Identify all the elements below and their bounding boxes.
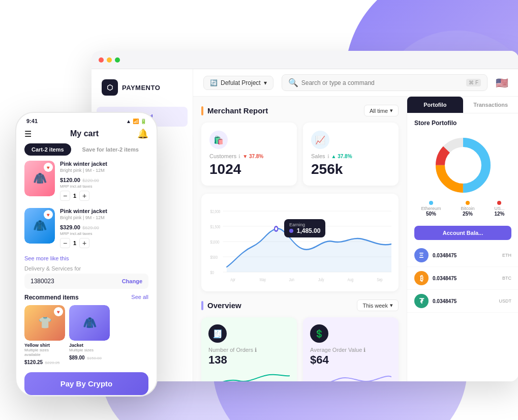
svg-text:Apr: Apr (230, 277, 235, 282)
bell-icon[interactable]: 🔔 (137, 128, 148, 139)
heart-badge-1[interactable]: ♥ (44, 163, 53, 172)
tab-portofilo[interactable]: Portofilo (407, 97, 463, 113)
title-bar-accent (201, 106, 203, 115)
delivery-label: Delivery & Services for (24, 265, 148, 272)
battery-icon: 🔋 (140, 118, 146, 124)
btc-dot (466, 201, 470, 205)
search-bar[interactable]: 🔍 ⌘ F (282, 74, 487, 91)
svg-text:$500: $500 (210, 255, 218, 260)
recommend-item-1: 👕 ♥ Yellow shirt Multiple sizes availabl… (24, 305, 65, 366)
tab-transactions[interactable]: Transactions (463, 97, 519, 113)
avg-order-card: 💲 Average Order Value ℹ $64 (303, 317, 399, 381)
project-label: Defulat Project (221, 79, 261, 86)
cart-item-1-info: Pink winter jacket Bright pink | 9M - 12… (60, 161, 148, 201)
right-panel-tabs: Portofilo Transactions (407, 97, 518, 113)
window-maximize-dot[interactable] (115, 57, 120, 63)
tooltip-value: 1,485.00 (297, 227, 321, 234)
svg-text:July: July (318, 277, 324, 282)
section-title: Merchant Report (201, 106, 268, 115)
delivery-change-button[interactable]: Change (122, 278, 142, 284)
tooltip-dot (289, 229, 293, 233)
sales-value: 256k (311, 161, 390, 177)
orders-mini-chart (208, 371, 290, 381)
orders-value: 138 (208, 353, 290, 367)
item-1-original: $220.00 (82, 178, 99, 183)
qty-increase-1[interactable]: + (79, 191, 89, 201)
hamburger-icon[interactable]: ☰ (24, 129, 32, 139)
signal-icon: 📶 (133, 118, 139, 124)
btc-icon: ₿ (414, 271, 429, 285)
time-filter-label: All time (370, 108, 388, 114)
cart-tab-save-later[interactable]: Save for later-2 items (75, 143, 146, 156)
search-input[interactable] (301, 79, 463, 86)
legend-bitcoin: Bitcoin 25% (461, 201, 474, 217)
window-minimize-dot[interactable] (107, 57, 112, 63)
sales-change: ▲ 37.8% (331, 154, 352, 159)
heart-badge-rec1[interactable]: ♥ (54, 307, 63, 316)
recommend-section: Recommend items See all 👕 ♥ Yellow shirt… (16, 294, 157, 366)
topbar: 🔄 Defulat Project ▾ 🔍 ⌘ F 🇺🇸 (193, 69, 518, 97)
qty-decrease-2[interactable]: − (60, 238, 70, 248)
wifi-icon: ▲ (126, 118, 131, 124)
cart-title: My cart (70, 129, 99, 138)
avg-mini-chart (310, 371, 391, 381)
phone-status-icons: ▲ 📶 🔋 (126, 118, 146, 124)
sales-icon: 📈 (311, 131, 329, 149)
legend-usdt: US... 12% (494, 201, 504, 217)
item-1-name: Pink winter jacket (60, 161, 148, 167)
sidebar-logo: ⬡ PAYMENTO (92, 79, 193, 106)
cart-tab-items[interactable]: Cart-2 items (24, 143, 71, 156)
window-titlebar (92, 51, 518, 69)
svg-text:May: May (260, 277, 266, 282)
rec-2-price: $89.00 (69, 355, 85, 361)
time-filter[interactable]: All time ▾ (364, 105, 399, 116)
store-portfolio-title: Store Portofilo (407, 113, 518, 130)
donut-container (407, 130, 518, 201)
item-2-mrp: MRP incl.all taxes (60, 231, 148, 236)
crypto-row-eth: Ξ 0.0348475 ETH (407, 244, 518, 267)
customers-value: 1024 (209, 161, 289, 177)
eth-symbol: ETH (502, 253, 511, 258)
project-selector[interactable]: 🔄 Defulat Project ▾ (203, 76, 273, 90)
phone-header: ☰ My cart 🔔 (16, 126, 157, 143)
qty-value-1: 1 (73, 193, 76, 199)
chart-container: $2,000 $1,500 $1000 $500 $0 Apr May Jun … (201, 194, 399, 291)
delivery-section: Delivery & Services for 1380023 Change (16, 265, 157, 289)
usdt-icon: ₮ (414, 294, 429, 308)
logo-icon: ⬡ (102, 79, 118, 96)
rec2-img: 🧥 (69, 305, 110, 341)
delivery-input: 1380023 Change (24, 274, 148, 289)
recommend-header: Recommend items See all (24, 294, 148, 301)
heart-badge-2[interactable]: ♥ (44, 210, 53, 219)
overview-time-filter[interactable]: This week ▾ (357, 299, 399, 311)
crypto-row-usdt: ₮ 0.0348475 USDT (407, 290, 518, 313)
svg-text:Sep: Sep (377, 277, 383, 282)
sales-stat-card: 📈 Sales ℹ ▲ 37.8% 256k (303, 123, 399, 186)
see-more-link[interactable]: See more like this (16, 255, 157, 261)
cart-item-2-info: Pink winter jacket Bright pink | 9M - 12… (60, 208, 148, 248)
account-balance-button[interactable]: Account Bala... (414, 226, 511, 240)
qty-decrease-1[interactable]: − (60, 191, 70, 201)
pay-by-crypto-button[interactable]: Pay By Crypto (24, 372, 148, 395)
rec-1-price: $120.25 (24, 359, 43, 365)
overview-row: 🧾 Number of Orders ℹ 138 💲 (201, 317, 399, 381)
delivery-value: 1380023 (31, 278, 54, 285)
qty-control-2: − 1 + (60, 238, 148, 248)
donut-chart (433, 135, 494, 196)
see-all-link[interactable]: See all (131, 294, 148, 301)
item-2-original: $629.00 (82, 225, 99, 230)
qty-increase-2[interactable]: + (79, 238, 89, 248)
recommend-img-1: 👕 ♥ (24, 305, 65, 341)
project-icon: 🔄 (210, 79, 218, 86)
window-close-dot[interactable] (99, 57, 104, 63)
recommend-items: 👕 ♥ Yellow shirt Multiple sizes availabl… (24, 305, 148, 366)
customers-label: Customers ℹ ▼ 37.8% (209, 153, 289, 159)
item-2-price: $329.00 (60, 224, 80, 230)
avg-order-value: $64 (310, 353, 391, 367)
overview-header: Overview This week ▾ (201, 299, 399, 311)
orders-card: 🧾 Number of Orders ℹ 138 (201, 317, 297, 381)
chevron-down-icon: ▾ (264, 79, 267, 86)
svg-text:$0: $0 (210, 270, 215, 275)
item-2-name: Pink winter jacket (60, 208, 148, 214)
rec-2-sizes: Multiple sizes (69, 348, 110, 352)
